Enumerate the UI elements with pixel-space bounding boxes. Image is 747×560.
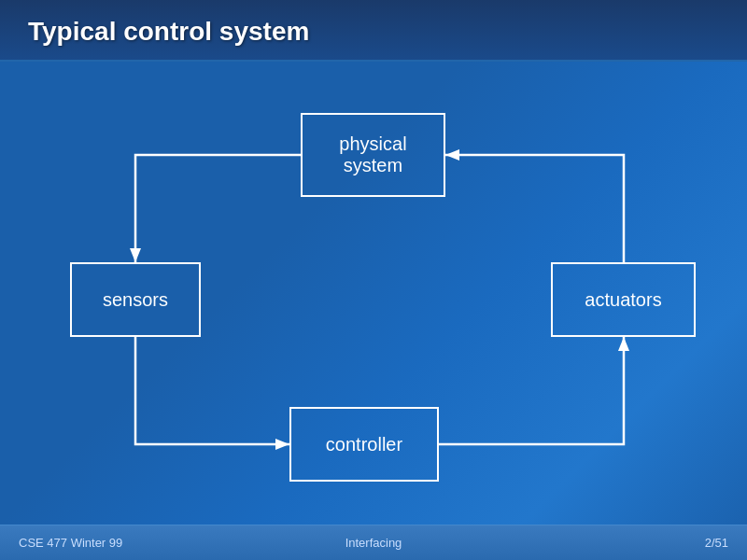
sensors-label: sensors [103,289,168,311]
footer-right: 2/51 [705,536,728,550]
slide: Typical control system [0,0,747,560]
footer-center: Interfacing [345,536,402,550]
footer-left: CSE 477 Winter 99 [19,536,122,550]
title-bar: Typical control system [0,0,747,62]
box-sensors: sensors [70,262,201,337]
svg-marker-2 [618,337,629,351]
actuators-label: actuators [585,289,661,311]
physical-label: physical system [339,133,406,176]
svg-marker-3 [445,149,459,161]
diagram-area: physical system sensors actuators contro… [0,62,747,525]
footer: CSE 477 Winter 99 Interfacing 2/51 [0,525,747,560]
svg-marker-0 [130,248,141,262]
controller-label: controller [326,434,402,455]
box-physical: physical system [301,113,445,197]
slide-title: Typical control system [28,17,309,46]
box-controller: controller [289,407,439,482]
svg-marker-1 [275,439,289,450]
box-actuators: actuators [551,262,696,337]
